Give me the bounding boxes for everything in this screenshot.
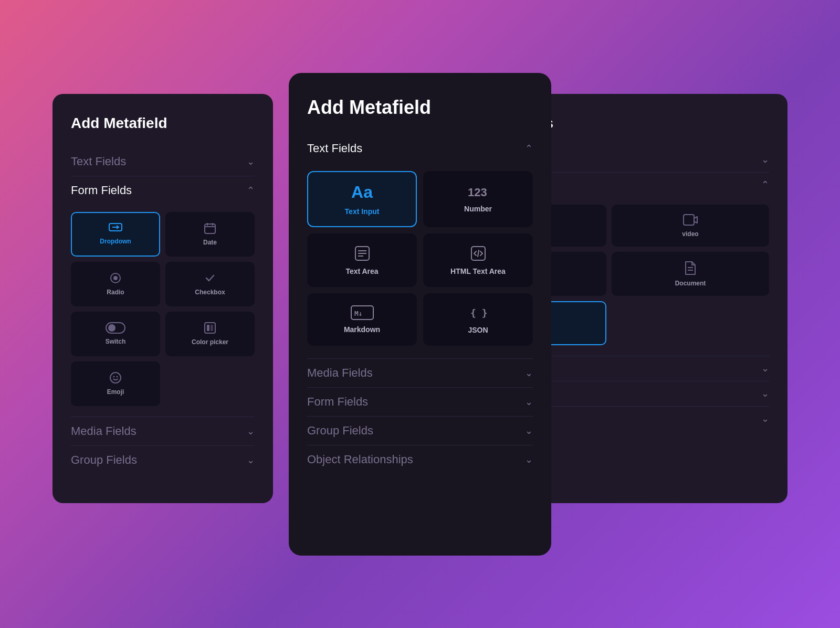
center-form-fields-label: Form Fields: [307, 395, 368, 409]
svg-rect-10: [205, 323, 215, 333]
radio-icon: [109, 272, 122, 284]
left-media-fields-chevron: ⌄: [247, 425, 255, 437]
right-group-fields-chevron: ⌄: [761, 388, 769, 399]
left-text-fields-header[interactable]: Text Fields ⌄: [71, 147, 255, 176]
cards-container: Add Metafield Text Fields ⌄ Form Fields …: [52, 52, 788, 577]
center-number-item[interactable]: 123 Number: [423, 171, 533, 227]
left-media-fields-header[interactable]: Media Fields ⌄: [71, 417, 255, 445]
center-group-fields-chevron: ⌄: [525, 425, 533, 437]
left-group-fields-chevron: ⌄: [247, 454, 255, 466]
right-video-item[interactable]: video: [612, 205, 769, 247]
center-json-item[interactable]: { } JSON: [423, 293, 533, 346]
video-icon: [682, 214, 698, 226]
left-color-picker-item[interactable]: Color picker: [165, 312, 255, 356]
switch-icon: [106, 322, 125, 334]
center-object-relationships-chevron: ⌄: [525, 454, 533, 465]
center-text-fields-label: Text Fields: [307, 142, 362, 155]
right-document-item[interactable]: Document: [612, 252, 769, 296]
center-text-input-label: Text Input: [345, 207, 380, 216]
left-date-item[interactable]: Date: [165, 212, 255, 257]
left-group-fields-label: Group Fields: [71, 453, 137, 467]
svg-rect-2: [205, 224, 215, 233]
center-media-fields-label: Media Fields: [307, 366, 373, 380]
center-text-area-item[interactable]: Text Area: [307, 233, 417, 287]
left-media-fields-label: Media Fields: [71, 424, 136, 438]
center-text-fields-header[interactable]: Text Fields ⌃: [307, 134, 533, 163]
right-object-relationships-chevron: ⌄: [761, 413, 769, 424]
date-icon: [204, 222, 216, 235]
left-card-title: Add Metafield: [71, 115, 255, 132]
left-form-fields-header[interactable]: Form Fields ⌃: [71, 176, 255, 205]
svg-point-15: [117, 376, 118, 378]
left-color-picker-label: Color picker: [192, 338, 228, 346]
left-text-fields-label: Text Fields: [71, 155, 126, 168]
center-form-fields-chevron: ⌄: [525, 396, 533, 408]
left-form-fields-label: Form Fields: [71, 184, 132, 197]
center-object-relationships-header[interactable]: Object Relationships ⌄: [307, 445, 533, 474]
json-icon: { }: [467, 305, 490, 321]
left-radio-item[interactable]: Radio: [71, 262, 160, 306]
center-text-input-item[interactable]: Aa Text Input: [307, 171, 417, 227]
svg-point-7: [113, 276, 118, 280]
center-group-fields-header[interactable]: Group Fields ⌄: [307, 417, 533, 445]
right-video-label: video: [682, 230, 698, 238]
center-html-text-area-item[interactable]: HTML Text Area: [423, 233, 533, 287]
svg-text:M↓: M↓: [354, 310, 363, 317]
markdown-icon: M↓: [351, 305, 374, 320]
left-emoji-item[interactable]: Emoji: [71, 361, 160, 406]
right-form-fields-chevron: ⌄: [761, 363, 769, 374]
left-dropdown-label: Dropdown: [100, 238, 131, 245]
left-radio-label: Radio: [107, 289, 124, 296]
right-document-label: Document: [675, 280, 706, 287]
left-card: Add Metafield Text Fields ⌄ Form Fields …: [52, 94, 273, 503]
right-media-fields-chevron: ⌃: [761, 179, 769, 190]
center-text-area-label: Text Area: [345, 267, 378, 275]
center-text-fields-grid: Aa Text Input 123 Number: [307, 171, 533, 346]
left-text-fields-chevron: ⌄: [247, 156, 255, 167]
left-checkbox-label: Checkbox: [195, 289, 225, 296]
center-card: Add Metafield Text Fields ⌃ Aa Text Inpu…: [289, 73, 551, 556]
center-card-title: Add Metafield: [307, 97, 533, 119]
number-icon: 123: [468, 185, 489, 199]
center-media-fields-header[interactable]: Media Fields ⌄: [307, 359, 533, 387]
svg-rect-12: [211, 325, 213, 331]
center-form-fields-header[interactable]: Form Fields ⌄: [307, 388, 533, 416]
svg-rect-28: [684, 215, 694, 225]
checkbox-icon: [204, 272, 216, 284]
center-html-text-area-label: HTML Text Area: [450, 267, 506, 275]
color-picker-icon: [204, 322, 216, 334]
svg-text:123: 123: [468, 186, 487, 199]
center-json-label: JSON: [468, 326, 488, 334]
left-emoji-label: Emoji: [107, 388, 124, 396]
svg-rect-11: [207, 325, 209, 331]
center-object-relationships-label: Object Relationships: [307, 453, 413, 466]
text-area-icon: [354, 245, 371, 262]
left-switch-label: Switch: [106, 338, 126, 345]
svg-point-9: [108, 324, 116, 332]
svg-point-14: [113, 376, 115, 378]
document-icon: [684, 261, 697, 275]
center-group-fields-label: Group Fields: [307, 424, 373, 438]
svg-text:{ }: { }: [470, 307, 488, 318]
left-switch-item[interactable]: Switch: [71, 312, 160, 356]
center-markdown-item[interactable]: M↓ Markdown: [307, 293, 417, 346]
svg-line-22: [478, 250, 479, 257]
center-markdown-label: Markdown: [344, 325, 380, 334]
left-form-fields-chevron: ⌃: [247, 185, 255, 196]
dropdown-icon: [109, 223, 122, 233]
left-form-fields-grid: Dropdown Date: [71, 212, 255, 406]
center-number-label: Number: [464, 205, 492, 213]
left-date-label: Date: [203, 239, 217, 246]
left-dropdown-item[interactable]: Dropdown: [71, 212, 160, 257]
html-text-area-icon: [470, 245, 487, 262]
svg-point-13: [110, 372, 121, 383]
text-input-aa-icon: Aa: [351, 183, 373, 202]
right-text-fields-chevron: ⌄: [761, 154, 769, 165]
center-text-fields-chevron: ⌃: [525, 143, 533, 154]
left-group-fields-header[interactable]: Group Fields ⌄: [71, 446, 255, 474]
center-media-fields-chevron: ⌄: [525, 367, 533, 379]
emoji-icon: [109, 371, 122, 384]
left-checkbox-item[interactable]: Checkbox: [165, 262, 255, 306]
